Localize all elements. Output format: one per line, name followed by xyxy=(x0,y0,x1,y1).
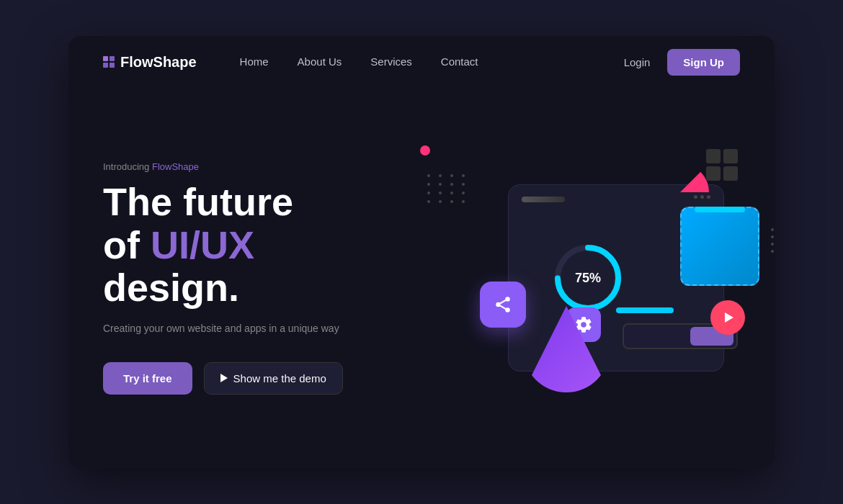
teal-bar xyxy=(695,207,745,212)
signup-button[interactable]: Sign Up xyxy=(667,49,740,76)
svg-point-2 xyxy=(505,297,510,302)
progress-circle: 75% xyxy=(552,242,624,314)
dots-right-grid xyxy=(771,228,775,253)
main-card: 75% xyxy=(508,184,724,372)
share-icon xyxy=(494,295,512,314)
nav-actions: Login Sign Up xyxy=(624,49,740,76)
hero-content: Introducing FlowShape The future of UI/U… xyxy=(103,161,406,394)
page-wrapper: FlowShape Home About Us Services Contact… xyxy=(68,36,775,468)
title-highlight: UI/UX xyxy=(151,223,254,266)
pink-dot xyxy=(420,145,430,156)
hero-buttons: Try it free Show me the demo xyxy=(103,362,406,395)
hero-title: The future of UI/UX design. xyxy=(103,181,406,309)
blue-square xyxy=(680,207,759,286)
card-top-bar xyxy=(522,197,565,202)
dots-left-grid xyxy=(427,174,468,203)
nav-services[interactable]: Services xyxy=(370,55,412,68)
nav-home[interactable]: Home xyxy=(240,55,269,68)
svg-point-3 xyxy=(496,302,501,307)
hero-section: Introducing FlowShape The future of UI/U… xyxy=(68,88,775,468)
intro-label: Introducing FlowShape xyxy=(103,161,406,172)
svg-point-4 xyxy=(505,307,510,312)
svg-line-6 xyxy=(500,300,505,303)
progress-text: 75% xyxy=(575,271,601,286)
hero-illustration: 75% xyxy=(406,88,740,468)
title-line2-plain: of xyxy=(103,223,151,266)
teal-bar-2 xyxy=(616,307,674,313)
svg-line-5 xyxy=(500,306,505,309)
title-line3: design. xyxy=(103,266,239,309)
play-button[interactable] xyxy=(710,300,745,335)
navbar: FlowShape Home About Us Services Contact… xyxy=(68,36,775,88)
card-menu-dots xyxy=(694,195,710,199)
play-icon-shape xyxy=(725,312,733,323)
nav-links: Home About Us Services Contact xyxy=(240,55,624,68)
try-free-button[interactable]: Try it free xyxy=(103,362,192,395)
nav-about[interactable]: About Us xyxy=(298,55,342,68)
share-button[interactable] xyxy=(480,282,526,328)
logo[interactable]: FlowShape xyxy=(103,54,197,71)
gray-squares xyxy=(706,149,738,181)
logo-text: FlowShape xyxy=(120,54,197,71)
demo-button[interactable]: Show me the demo xyxy=(204,362,343,395)
logo-icon xyxy=(103,56,115,68)
demo-button-label: Show me the demo xyxy=(233,372,326,384)
login-button[interactable]: Login xyxy=(624,56,651,68)
title-line1: The future xyxy=(103,180,293,223)
play-icon xyxy=(220,374,228,382)
hero-subtitle: Creating your own website and apps in a … xyxy=(103,321,406,336)
nav-contact[interactable]: Contact xyxy=(441,55,478,68)
